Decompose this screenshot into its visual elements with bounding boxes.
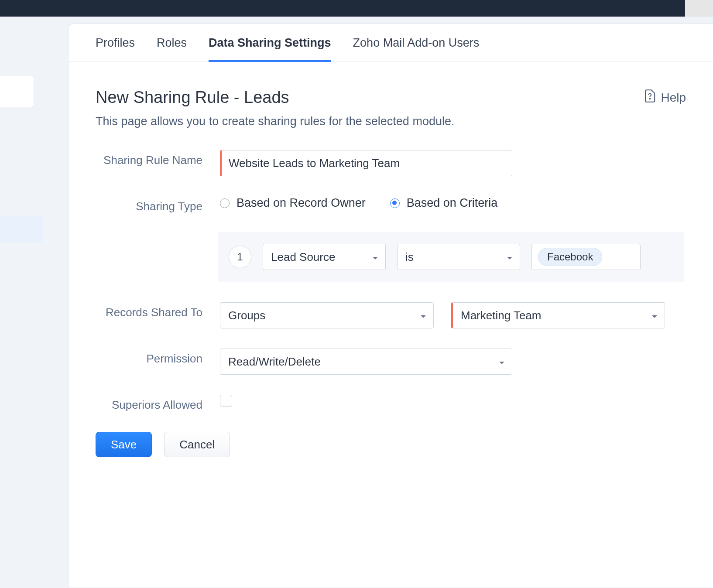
criteria-builder-row: 1 Lead Source is Facebook (218, 232, 684, 282)
records-shared-to-type-select[interactable]: Groups (220, 302, 434, 328)
radio-based-on-criteria[interactable]: Based on Criteria (390, 196, 498, 210)
sidebar-stub-box (0, 75, 34, 107)
criteria-value-tag[interactable]: Facebook (538, 248, 602, 266)
help-icon (644, 89, 655, 106)
radio-circle-icon (220, 198, 230, 208)
cancel-button[interactable]: Cancel (164, 432, 230, 457)
radio-owner-label: Based on Record Owner (237, 196, 366, 210)
radio-based-on-record-owner[interactable]: Based on Record Owner (220, 196, 366, 210)
label-superiors-allowed: Superiors Allowed (96, 395, 220, 412)
records-shared-to-target-select[interactable]: Marketing Team (451, 302, 665, 328)
criteria-value-input[interactable]: Facebook (531, 244, 641, 270)
tab-zoho-mail-addon-users[interactable]: Zoho Mail Add-on Users (353, 36, 480, 62)
sharing-rule-name-input[interactable] (220, 150, 512, 176)
chevron-down-icon (420, 309, 426, 322)
criteria-field-select[interactable]: Lead Source (263, 244, 386, 270)
radio-criteria-label: Based on Criteria (407, 196, 498, 210)
help-label: Help (661, 91, 686, 105)
page-subtitle: This page allows you to create sharing r… (96, 115, 686, 128)
sidebar-stub-selected (0, 215, 43, 243)
save-button[interactable]: Save (96, 432, 152, 457)
label-permission: Permission (96, 349, 220, 366)
permission-select[interactable]: Read/Write/Delete (220, 349, 512, 375)
tab-data-sharing-settings[interactable]: Data Sharing Settings (209, 36, 331, 62)
top-bar (0, 0, 713, 17)
help-link[interactable]: Help (644, 89, 686, 106)
svg-point-0 (650, 98, 651, 99)
tab-roles[interactable]: Roles (157, 36, 187, 62)
criteria-operator-select[interactable]: is (397, 244, 520, 270)
tab-profiles[interactable]: Profiles (96, 36, 135, 62)
criteria-operator-value: is (405, 250, 414, 264)
superiors-allowed-checkbox[interactable] (220, 395, 232, 407)
chevron-down-icon (507, 250, 513, 264)
main-panel: Profiles Roles Data Sharing Settings Zoh… (68, 24, 713, 588)
radio-circle-icon (390, 198, 400, 208)
records-shared-to-target-value: Marketing Team (461, 309, 542, 322)
top-bar-right-stub (685, 0, 713, 17)
criteria-index-badge: 1 (229, 246, 251, 268)
label-sharing-rule-name: Sharing Rule Name (96, 150, 220, 167)
criteria-field-value: Lead Source (271, 250, 335, 264)
page-title: New Sharing Rule - Leads (96, 88, 289, 107)
tab-bar: Profiles Roles Data Sharing Settings Zoh… (69, 24, 713, 62)
label-sharing-type: Sharing Type (96, 196, 220, 213)
chevron-down-icon (651, 309, 658, 322)
permission-value: Read/Write/Delete (228, 355, 321, 369)
records-shared-to-type-value: Groups (228, 309, 265, 322)
chevron-down-icon (499, 355, 505, 369)
label-records-shared-to: Records Shared To (96, 302, 220, 319)
chevron-down-icon (372, 250, 378, 264)
